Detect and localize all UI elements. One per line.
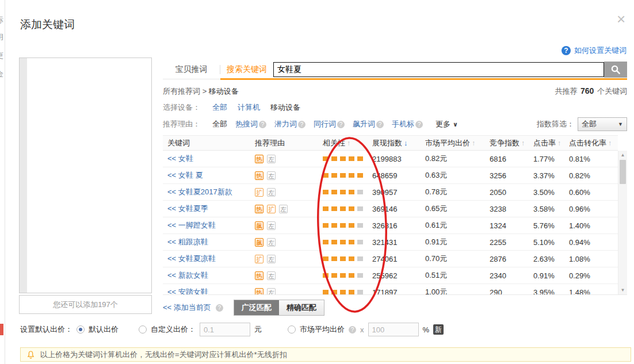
keyword-link[interactable]: << 女鞋 bbox=[167, 154, 193, 164]
sort-up-icon[interactable]: ↑ bbox=[472, 139, 475, 147]
exact-match-button[interactable]: 精确匹配 bbox=[279, 300, 324, 315]
column-label: 关键词 bbox=[167, 138, 190, 148]
custom-bid-input[interactable] bbox=[200, 323, 250, 336]
device-option-计算机[interactable]: 计算机 bbox=[238, 103, 260, 112]
relevance-bar bbox=[323, 173, 329, 178]
relevance-bar bbox=[323, 156, 329, 161]
badge-left: 左 bbox=[267, 271, 276, 280]
help-icon[interactable]: ? bbox=[376, 121, 384, 128]
keyword-link[interactable]: << 一脚蹬女鞋 bbox=[167, 220, 216, 231]
keyword-link[interactable]: << 新款女鞋 bbox=[167, 270, 208, 281]
cell-reason-badges: 飙左 bbox=[255, 221, 323, 230]
reason-option-飙升词[interactable]: 飙升词? bbox=[353, 119, 384, 129]
help-icon[interactable]: ? bbox=[337, 121, 345, 128]
relevance-bar bbox=[323, 290, 329, 294]
scrollbar-thumb[interactable] bbox=[620, 160, 626, 184]
cell-avg_bid: 0.63元 bbox=[425, 170, 490, 181]
help-icon[interactable]: ? bbox=[259, 121, 266, 128]
badge-soar: 飙 bbox=[255, 221, 263, 230]
market-bid-option-label[interactable]: 市场平均出价 bbox=[300, 324, 345, 335]
radio-market-bid[interactable] bbox=[288, 325, 296, 334]
sort-down-icon[interactable]: ↓ bbox=[404, 139, 408, 147]
cell-keyword: << 新款女鞋 bbox=[163, 270, 255, 281]
badge-left: 左 bbox=[279, 205, 288, 213]
cell-keyword: << 女鞋夏凉鞋 bbox=[163, 254, 255, 264]
relevance-bar bbox=[349, 173, 354, 178]
market-bid-help-icon[interactable]: ? bbox=[349, 326, 356, 334]
cell-ctr: 1.77% bbox=[533, 155, 569, 163]
sort-up-icon[interactable]: ↑ bbox=[608, 139, 612, 147]
background-page-char: 金 bbox=[0, 69, 3, 79]
keyword-link[interactable]: << 女鞋夏季 bbox=[167, 204, 208, 214]
keyword-link[interactable]: << 女鞋 夏 bbox=[167, 170, 203, 181]
column-header-展现指数[interactable]: 展现指数↓ bbox=[372, 138, 425, 148]
device-option-移动设备[interactable]: 移动设备 bbox=[270, 103, 300, 112]
sort-up-icon[interactable]: ↑ bbox=[557, 139, 561, 147]
reason-option-同行词[interactable]: 同行词? bbox=[314, 119, 345, 129]
cell-relevance bbox=[323, 240, 372, 244]
how-to-set-keywords-link[interactable]: 如何设置关键词 bbox=[574, 45, 627, 56]
tab-search-keywords[interactable]: 搜索关键词 bbox=[220, 64, 273, 75]
cell-impressions: 369146 bbox=[372, 205, 425, 213]
column-label: 推荐理由 bbox=[255, 138, 285, 148]
keyword-link[interactable]: << 安踏女鞋 bbox=[167, 287, 208, 295]
column-header-点击率[interactable]: 点击率↑ bbox=[533, 138, 569, 148]
relevance-bar bbox=[331, 223, 337, 228]
reason-filter-row: 推荐理由： 全部热搜词?潜力词?同行词?飙升词?手机标? 更多 ∨ 指数筛选： … bbox=[163, 118, 627, 130]
default-bid-option-label[interactable]: 默认出价 bbox=[89, 324, 119, 335]
column-header-市场平均出价[interactable]: 市场平均出价↑ bbox=[425, 138, 490, 148]
breadcrumb-separator: > bbox=[203, 87, 207, 95]
close-icon[interactable]: × bbox=[617, 12, 625, 26]
search-input[interactable] bbox=[273, 62, 604, 77]
radio-custom-bid[interactable] bbox=[139, 325, 147, 334]
reason-option-热搜词[interactable]: 热搜词? bbox=[235, 119, 266, 129]
keyword-link[interactable]: << 女鞋夏2017新款 bbox=[167, 187, 232, 197]
reason-option-label: 手机标 bbox=[392, 119, 414, 129]
cell-competition: 2050 bbox=[490, 188, 533, 197]
column-header-相关性[interactable]: 相关性↑ bbox=[323, 138, 372, 148]
relevance-bar bbox=[323, 240, 329, 244]
reason-option-label: 飙升词 bbox=[353, 119, 375, 129]
market-percent-input[interactable] bbox=[368, 323, 419, 336]
cell-reason-badges: 热左 bbox=[255, 155, 323, 163]
cell-cvr: 0.82% bbox=[569, 171, 618, 180]
reason-option-label: 热搜词 bbox=[235, 119, 258, 129]
sort-up-icon[interactable]: ↑ bbox=[347, 139, 350, 147]
cell-impressions: 321431 bbox=[372, 238, 425, 247]
scrollbar-up-icon[interactable]: ▲ bbox=[618, 151, 627, 159]
background-page-char: 用 bbox=[0, 32, 3, 43]
help-icon[interactable]: ? bbox=[415, 121, 423, 128]
index-filter-dropdown[interactable]: 全部 ▼ bbox=[578, 117, 627, 131]
relevance-bar bbox=[357, 190, 363, 194]
custom-bid-option-label[interactable]: 自定义出价： bbox=[151, 324, 196, 335]
cell-reason-badges: 扩左 bbox=[255, 188, 323, 197]
search-button[interactable] bbox=[604, 62, 627, 78]
device-option-全部[interactable]: 全部 bbox=[212, 103, 227, 112]
table-row: << 女鞋夏2017新款扩左3909570.78元20503.50%0.60% bbox=[163, 184, 618, 201]
column-label: 点击率 bbox=[533, 138, 556, 148]
table-scrollbar[interactable]: ▲ ▼ bbox=[618, 151, 627, 294]
reason-option-潜力词[interactable]: 潜力词? bbox=[274, 119, 305, 129]
add-current-page-link[interactable]: << 添加当前页 bbox=[163, 302, 211, 313]
column-header-竞争指数[interactable]: 竞争指数↑ bbox=[490, 138, 533, 148]
scrollbar-down-icon[interactable]: ▼ bbox=[618, 286, 627, 294]
question-icon[interactable]: ? bbox=[562, 46, 571, 55]
reason-option-全部[interactable]: 全部 bbox=[212, 119, 227, 129]
breadcrumb-root[interactable]: 所有推荐词 bbox=[163, 87, 200, 95]
broad-match-button[interactable]: 广泛匹配 bbox=[234, 300, 279, 315]
cell-keyword: << 粗跟凉鞋 bbox=[163, 237, 255, 247]
cell-avg_bid: 0.70元 bbox=[425, 254, 490, 264]
column-header-点击转化率[interactable]: 点击转化率↑ bbox=[569, 138, 618, 148]
help-icon[interactable]: ? bbox=[298, 121, 305, 128]
sort-up-icon[interactable]: ↑ bbox=[521, 139, 525, 147]
relevance-bar bbox=[323, 256, 329, 261]
relevance-bar bbox=[340, 273, 346, 278]
more-button[interactable]: 更多 ∨ bbox=[436, 119, 458, 129]
reason-option-手机标[interactable]: 手机标? bbox=[392, 119, 423, 129]
radio-default-bid[interactable] bbox=[77, 325, 85, 334]
add-current-help-icon[interactable]: ? bbox=[216, 304, 223, 312]
tab-product-recommend[interactable]: 宝贝推词 bbox=[163, 64, 220, 75]
market-percent-unit: % bbox=[423, 325, 430, 334]
keyword-link[interactable]: << 粗跟凉鞋 bbox=[167, 237, 208, 247]
keyword-link[interactable]: << 女鞋夏凉鞋 bbox=[167, 254, 216, 264]
